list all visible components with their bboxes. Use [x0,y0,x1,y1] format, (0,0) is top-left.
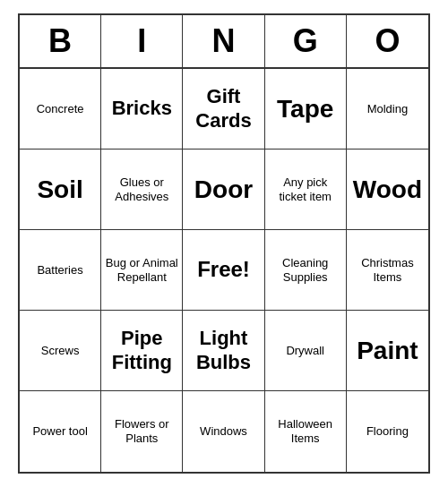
bingo-cell: Door [183,150,264,230]
bingo-cell: Any pick ticket item [265,150,347,230]
bingo-cell: Halloween Items [265,391,347,472]
bingo-cell: Pipe Fitting [101,311,183,391]
bingo-cell: Cleaning Supplies [265,230,347,311]
bingo-cell: Paint [347,311,428,391]
bingo-cell: Bricks [101,69,183,150]
bingo-cell: Christmas Items [347,230,428,311]
bingo-cell: Tape [265,69,347,150]
bingo-cell: Bug or Animal Repellant [101,230,183,311]
bingo-cell: Screws [20,311,101,391]
header-letter: N [183,15,264,67]
bingo-cell: Molding [347,69,428,150]
header-letter: G [265,15,347,67]
bingo-cell: Drywall [265,311,347,391]
header-letter: O [347,15,428,67]
bingo-cell: Wood [347,150,428,230]
bingo-card: BINGO ConcreteBricksGift CardsTapeMoldin… [18,13,430,474]
bingo-cell: Flowers or Plants [101,391,183,472]
bingo-cell: Soil [20,150,101,230]
bingo-cell: Concrete [20,69,101,150]
bingo-cell: Power tool [20,391,101,472]
bingo-cell: Batteries [20,230,101,311]
bingo-cell: Windows [183,391,264,472]
bingo-grid: ConcreteBricksGift CardsTapeMoldingSoilG… [20,69,428,472]
bingo-cell: Gift Cards [183,69,264,150]
header-letter: I [101,15,183,67]
header-letter: B [20,15,101,67]
bingo-cell: Light Bulbs [183,311,264,391]
bingo-cell: Glues or Adhesives [101,150,183,230]
bingo-cell: Flooring [347,391,428,472]
bingo-header: BINGO [20,15,428,69]
bingo-cell: Free! [183,230,264,311]
